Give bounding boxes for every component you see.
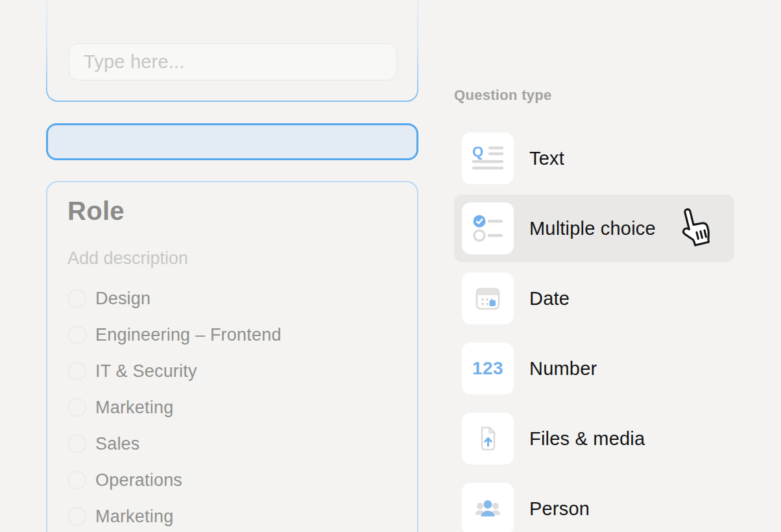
question-type-date[interactable]: Date — [454, 265, 734, 332]
radio-circle-icon — [67, 507, 87, 526]
radio-option-list: Design Engineering – Frontend IT & Secur… — [67, 280, 282, 532]
multiple-choice-icon — [462, 202, 514, 254]
radio-circle-icon — [67, 361, 87, 381]
pointing-hand-cursor — [676, 206, 716, 252]
radio-option-marketing[interactable]: Marketing — [67, 389, 282, 426]
question-type-label: Text — [529, 125, 564, 192]
text-question-icon: Q — [462, 132, 514, 184]
question-type-person[interactable]: Person — [454, 475, 734, 532]
radio-option-sales[interactable]: Sales — [67, 426, 282, 462]
radio-option-engineering-frontend[interactable]: Engineering – Frontend — [67, 317, 282, 353]
radio-option-label: Marketing — [95, 507, 173, 527]
radio-circle-icon — [67, 398, 87, 417]
question-description-placeholder[interactable]: Add description — [67, 248, 188, 269]
question-type-panel-title: Question type — [454, 87, 552, 104]
selected-empty-question-block[interactable] — [46, 123, 418, 160]
radio-option-label: IT & Security — [95, 361, 197, 381]
radio-circle-icon — [67, 470, 87, 490]
role-question-block[interactable]: Role Add description Design Engineering … — [46, 181, 418, 532]
number-123-icon: 123 — [462, 343, 514, 394]
person-icon — [462, 483, 514, 532]
radio-option-label: Design — [95, 289, 150, 309]
question-type-label: Multiple choice — [529, 195, 656, 262]
calendar-icon — [462, 272, 514, 324]
radio-option-marketing-2[interactable]: Marketing — [67, 498, 282, 532]
question-type-text[interactable]: Q Text — [454, 125, 734, 192]
question-block-previous[interactable]: Type here... — [46, 0, 418, 102]
radio-option-label: Marketing — [95, 398, 173, 418]
question-type-label: Date — [529, 265, 570, 332]
question-type-label: Person — [529, 475, 590, 532]
answer-input-placeholder: Type here... — [84, 51, 185, 73]
question-type-number[interactable]: 123 Number — [454, 335, 734, 402]
radio-circle-icon — [67, 434, 87, 453]
question-block-previous-body: Type here... — [47, 0, 417, 101]
radio-option-label: Sales — [95, 434, 140, 454]
file-upload-icon — [462, 413, 514, 465]
radio-option-operations[interactable]: Operations — [67, 462, 282, 498]
radio-circle-icon — [67, 289, 87, 308]
radio-option-it-security[interactable]: IT & Security — [67, 353, 282, 389]
radio-option-label: Operations — [95, 470, 182, 490]
answer-input[interactable]: Type here... — [69, 43, 397, 80]
radio-circle-icon — [67, 325, 87, 345]
number-123-text: 123 — [472, 358, 503, 379]
question-title[interactable]: Role — [67, 197, 125, 226]
question-type-files-media[interactable]: Files & media — [454, 405, 734, 472]
question-type-label: Number — [529, 335, 597, 402]
svg-text:Q: Q — [472, 143, 483, 160]
radio-option-design[interactable]: Design — [67, 280, 282, 317]
radio-option-label: Engineering – Frontend — [95, 325, 282, 345]
question-type-label: Files & media — [529, 405, 645, 472]
